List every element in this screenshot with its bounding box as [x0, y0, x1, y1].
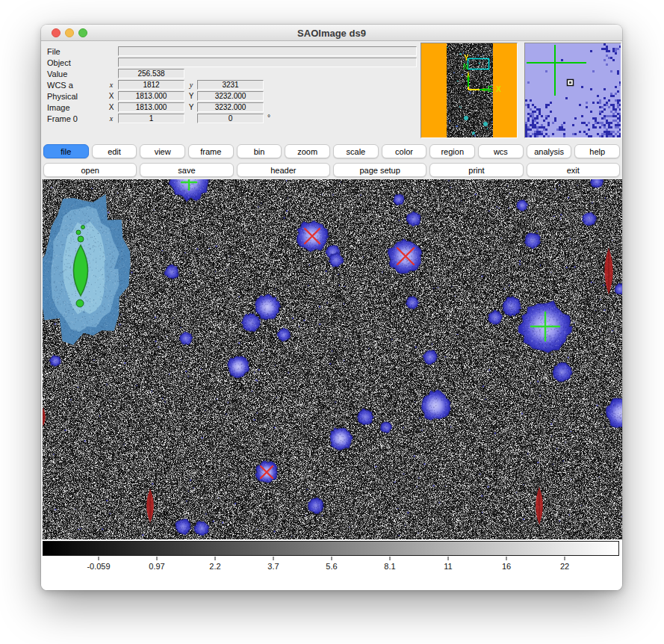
frame-zoom-sublabel: x — [106, 114, 117, 123]
image-label: Image — [47, 103, 70, 112]
menu-file-button[interactable]: file — [43, 144, 89, 158]
wcs-y-field: 3231 — [197, 80, 264, 90]
image-canvas[interactable] — [43, 179, 622, 539]
ds9-window: SAOImage ds9 File Object Value 256.538 W… — [41, 25, 622, 590]
colorbar-tick — [506, 557, 507, 560]
menu-scale-button[interactable]: scale — [333, 144, 379, 158]
colorbar-tick — [215, 557, 216, 560]
colorbar-tick — [157, 557, 158, 560]
menu-edit-button[interactable]: edit — [92, 144, 137, 158]
colorbar-tick-label: 22 — [560, 562, 569, 571]
image-y-field: 3232.000 — [197, 102, 264, 112]
image-x-sublabel: X — [106, 103, 117, 111]
magnifier-canvas — [525, 43, 621, 137]
object-field — [118, 58, 417, 67]
image-x-field: 1813.000 — [118, 102, 184, 112]
value-field: 256.538 — [118, 69, 184, 78]
panner-east-label: E — [488, 86, 493, 93]
value-label: Value — [47, 69, 67, 78]
colorbar-tick — [273, 557, 274, 560]
wcs-x-field: 1812 — [118, 80, 184, 90]
panner-x-axis-label: X — [496, 86, 501, 93]
panner[interactable]: Y N E X — [421, 43, 518, 138]
save-button[interactable]: save — [140, 163, 233, 177]
colorbar-tick — [390, 557, 391, 560]
menu-help-button[interactable]: help — [574, 144, 620, 158]
menu-wcs-button[interactable]: wcs — [478, 144, 524, 158]
frame-zoom-field: 1 — [118, 114, 184, 123]
colorbar-tick — [332, 557, 332, 560]
colorbar-tick-label: 0.97 — [149, 562, 164, 571]
colorbar-tick — [448, 557, 449, 560]
page-setup-button[interactable]: page setup — [333, 163, 426, 177]
colorbar-tick-label: 8.1 — [384, 562, 395, 571]
open-button[interactable]: open — [43, 163, 137, 177]
colorbar-panel: -0.0590.972.23.75.68.1111622 — [41, 539, 622, 590]
physical-x-field: 1813.000 — [118, 91, 184, 101]
exit-button[interactable]: exit — [527, 163, 620, 177]
colorbar-tick — [565, 557, 565, 560]
physical-label: Physical — [47, 92, 78, 101]
menu-region-button[interactable]: region — [429, 144, 475, 158]
wcs-x-sublabel: x — [106, 81, 117, 89]
object-label: Object — [47, 58, 71, 67]
colorbar-tick-label: -0.059 — [87, 562, 110, 571]
menu-frame-button[interactable]: frame — [188, 144, 234, 158]
frame-label: Frame 0 — [47, 114, 78, 123]
degree-symbol: ° — [267, 114, 270, 122]
menu-color-button[interactable]: color — [382, 144, 427, 158]
colorbar-tick-label: 11 — [444, 562, 452, 571]
colorbar[interactable] — [43, 541, 619, 556]
colorbar-tick-label: 16 — [502, 562, 511, 571]
panner-canvas[interactable] — [421, 43, 517, 137]
wcs-y-sublabel: y — [186, 81, 196, 89]
panner-y-axis-label: Y — [464, 55, 469, 62]
magnifier — [524, 43, 621, 138]
image-display[interactable] — [43, 179, 622, 539]
frame-rotate-field: 0 — [197, 114, 264, 123]
primary-menubar: file edit view frame bin zoom scale colo… — [43, 142, 621, 161]
file-actions-menubar: open save header page setup print exit — [43, 161, 621, 179]
print-button[interactable]: print — [429, 163, 523, 177]
header-button[interactable]: header — [237, 163, 330, 177]
physical-y-field: 3232.000 — [197, 91, 264, 101]
menu-view-button[interactable]: view — [140, 144, 185, 158]
menu-zoom-button[interactable]: zoom — [285, 144, 330, 158]
colorbar-tick-label: 5.6 — [326, 562, 337, 571]
panner-north-label: N — [463, 64, 468, 71]
wcs-label: WCS a — [47, 81, 73, 90]
colorbar-tick-label: 3.7 — [267, 562, 279, 571]
title-bar: SAOImage ds9 — [41, 25, 622, 41]
colorbar-tick — [99, 557, 99, 560]
file-label: File — [47, 47, 60, 56]
image-y-sublabel: Y — [186, 103, 196, 111]
window-title: SAOImage ds9 — [41, 28, 622, 39]
info-panel: File Object Value 256.538 WCS a x 1812 y… — [41, 41, 622, 142]
menu-analysis-button[interactable]: analysis — [527, 144, 572, 158]
colorbar-tick-label: 2.2 — [209, 562, 220, 571]
menu-bin-button[interactable]: bin — [237, 144, 282, 158]
physical-x-sublabel: X — [106, 92, 117, 100]
file-field — [118, 46, 417, 56]
physical-y-sublabel: Y — [186, 92, 196, 100]
